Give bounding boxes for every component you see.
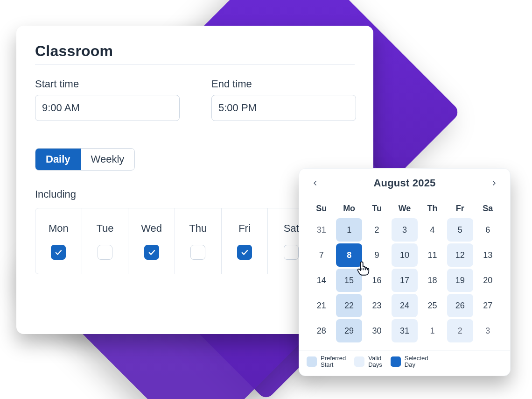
dow-tu: Tu bbox=[364, 201, 390, 216]
day-wed[interactable]: Wed bbox=[128, 208, 175, 274]
check-icon bbox=[240, 248, 249, 256]
calendar-day[interactable]: 7 bbox=[308, 243, 334, 267]
calendar-day[interactable]: 14 bbox=[308, 269, 334, 292]
check-icon bbox=[54, 248, 63, 256]
calendar-day[interactable]: 1 bbox=[336, 218, 362, 242]
calendar-title: August 2025 bbox=[373, 177, 435, 189]
day-checkbox[interactable] bbox=[284, 245, 299, 260]
dow-we: We bbox=[392, 201, 417, 216]
day-checkbox[interactable] bbox=[144, 245, 159, 260]
calendar-legend: Preferred Start Valid Days Selected Day bbox=[299, 350, 510, 370]
calendar-day[interactable]: 3 bbox=[475, 319, 501, 342]
calendar-day[interactable]: 24 bbox=[392, 294, 417, 317]
calendar-day[interactable]: 16 bbox=[364, 269, 390, 292]
calendar-grid: SuMoTuWeThFrSa31123456789101112131415161… bbox=[306, 200, 504, 345]
calendar-day[interactable]: 18 bbox=[420, 269, 445, 292]
day-checkbox[interactable] bbox=[237, 245, 252, 260]
calendar-day[interactable]: 23 bbox=[364, 294, 390, 317]
calendar-day[interactable]: 25 bbox=[420, 294, 445, 317]
calendar-day[interactable]: 2 bbox=[447, 319, 473, 342]
legend-valid: Valid Days bbox=[354, 355, 382, 368]
day-thu[interactable]: Thu bbox=[175, 208, 222, 274]
dow-mo: Mo bbox=[336, 201, 362, 216]
start-time-label: Start time bbox=[35, 78, 180, 90]
day-label: Tue bbox=[96, 222, 113, 235]
dow-su: Su bbox=[308, 201, 334, 216]
calendar-day[interactable]: 4 bbox=[420, 218, 445, 242]
calendar-day[interactable]: 30 bbox=[364, 319, 390, 342]
chevron-left-icon bbox=[311, 179, 319, 187]
next-month-button[interactable] bbox=[488, 177, 501, 190]
calendar-day[interactable]: 22 bbox=[336, 294, 362, 317]
start-time-input[interactable]: 9:00 AM bbox=[35, 95, 180, 121]
calendar-day[interactable]: 17 bbox=[392, 269, 417, 292]
day-selector: MonTueWedThuFriSat bbox=[35, 208, 315, 274]
calendar-day[interactable]: 3 bbox=[392, 218, 417, 242]
calendar-day[interactable]: 15 bbox=[336, 269, 362, 292]
calendar-day[interactable]: 29 bbox=[336, 319, 362, 342]
calendar-day[interactable]: 1 bbox=[420, 319, 445, 342]
day-fri[interactable]: Fri bbox=[222, 208, 268, 274]
seg-weekly[interactable]: Weekly bbox=[81, 149, 135, 170]
end-time-value: 5:00 PM bbox=[218, 102, 257, 114]
calendar-day[interactable]: 10 bbox=[392, 243, 417, 267]
seg-daily[interactable]: Daily bbox=[35, 149, 81, 170]
calendar-day[interactable]: 8 bbox=[336, 243, 362, 267]
day-checkbox[interactable] bbox=[190, 245, 205, 260]
calendar-day[interactable]: 28 bbox=[308, 319, 334, 342]
calendar-day[interactable]: 20 bbox=[475, 269, 501, 292]
calendar-day[interactable]: 2 bbox=[364, 218, 390, 242]
day-label: Wed bbox=[141, 222, 162, 235]
legend-preferred: Preferred Start bbox=[307, 355, 346, 368]
calendar-day[interactable]: 13 bbox=[475, 243, 501, 267]
end-time-label: End time bbox=[211, 78, 356, 90]
calendar-day[interactable]: 9 bbox=[364, 243, 390, 267]
prev-month-button[interactable] bbox=[308, 177, 322, 190]
calendar-day[interactable]: 5 bbox=[447, 218, 473, 242]
calendar-popup: August 2025 SuMoTuWeThFrSa31123456789101… bbox=[299, 168, 511, 376]
dow-th: Th bbox=[420, 201, 445, 216]
day-label: Sat bbox=[284, 222, 299, 235]
divider bbox=[35, 64, 355, 65]
divider bbox=[299, 196, 510, 196]
day-label: Mon bbox=[49, 222, 69, 235]
calendar-day[interactable]: 6 bbox=[475, 218, 501, 242]
day-tue[interactable]: Tue bbox=[82, 208, 129, 274]
check-icon bbox=[147, 248, 156, 256]
legend-selected: Selected Day bbox=[391, 355, 428, 368]
calendar-day[interactable]: 31 bbox=[308, 218, 334, 242]
calendar-day[interactable]: 26 bbox=[447, 294, 473, 317]
end-time-input[interactable]: 5:00 PM bbox=[211, 95, 356, 121]
day-checkbox[interactable] bbox=[51, 245, 66, 260]
day-mon[interactable]: Mon bbox=[35, 208, 82, 274]
dow-fr: Fr bbox=[447, 201, 473, 216]
day-checkbox[interactable] bbox=[98, 245, 112, 260]
page-title: Classroom bbox=[35, 43, 355, 60]
calendar-day[interactable]: 19 bbox=[447, 269, 473, 292]
calendar-day[interactable]: 31 bbox=[392, 319, 417, 342]
freq-segmented: Daily Weekly bbox=[35, 148, 135, 171]
day-label: Fri bbox=[238, 222, 251, 235]
dow-sa: Sa bbox=[475, 201, 501, 216]
calendar-day[interactable]: 27 bbox=[475, 294, 501, 317]
calendar-day[interactable]: 12 bbox=[447, 243, 473, 267]
calendar-day[interactable]: 21 bbox=[308, 294, 334, 317]
day-label: Thu bbox=[189, 222, 207, 235]
calendar-day[interactable]: 11 bbox=[420, 243, 445, 267]
start-time-value: 9:00 AM bbox=[42, 102, 80, 114]
chevron-right-icon bbox=[490, 179, 498, 187]
